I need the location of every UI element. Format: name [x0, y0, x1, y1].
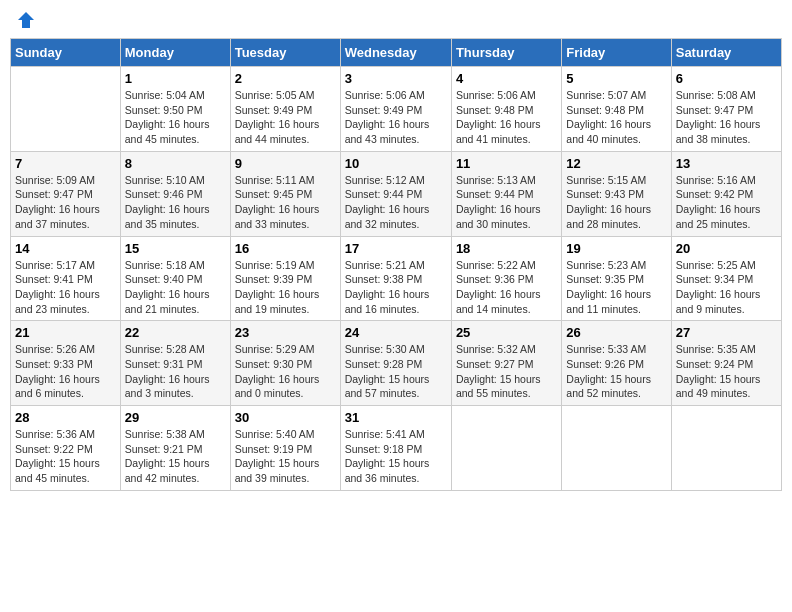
day-info: Sunrise: 5:06 AMSunset: 9:49 PMDaylight:…: [345, 88, 447, 147]
day-info: Sunrise: 5:16 AMSunset: 9:42 PMDaylight:…: [676, 173, 777, 232]
calendar-day-header: Wednesday: [340, 39, 451, 67]
calendar-day-header: Tuesday: [230, 39, 340, 67]
day-number: 25: [456, 325, 557, 340]
day-number: 6: [676, 71, 777, 86]
calendar-cell: 3Sunrise: 5:06 AMSunset: 9:49 PMDaylight…: [340, 67, 451, 152]
day-number: 28: [15, 410, 116, 425]
logo-icon: [16, 10, 36, 30]
calendar-cell: 6Sunrise: 5:08 AMSunset: 9:47 PMDaylight…: [671, 67, 781, 152]
calendar-cell: 30Sunrise: 5:40 AMSunset: 9:19 PMDayligh…: [230, 406, 340, 491]
day-info: Sunrise: 5:07 AMSunset: 9:48 PMDaylight:…: [566, 88, 666, 147]
calendar-cell: 29Sunrise: 5:38 AMSunset: 9:21 PMDayligh…: [120, 406, 230, 491]
calendar-cell: 11Sunrise: 5:13 AMSunset: 9:44 PMDayligh…: [451, 151, 561, 236]
calendar-cell: [671, 406, 781, 491]
calendar-week-row: 7Sunrise: 5:09 AMSunset: 9:47 PMDaylight…: [11, 151, 782, 236]
calendar-cell: 31Sunrise: 5:41 AMSunset: 9:18 PMDayligh…: [340, 406, 451, 491]
day-number: 10: [345, 156, 447, 171]
day-number: 26: [566, 325, 666, 340]
day-number: 15: [125, 241, 226, 256]
calendar-cell: 22Sunrise: 5:28 AMSunset: 9:31 PMDayligh…: [120, 321, 230, 406]
calendar-cell: 24Sunrise: 5:30 AMSunset: 9:28 PMDayligh…: [340, 321, 451, 406]
calendar-cell: 26Sunrise: 5:33 AMSunset: 9:26 PMDayligh…: [562, 321, 671, 406]
calendar-header-row: SundayMondayTuesdayWednesdayThursdayFrid…: [11, 39, 782, 67]
day-number: 27: [676, 325, 777, 340]
day-number: 18: [456, 241, 557, 256]
calendar-week-row: 21Sunrise: 5:26 AMSunset: 9:33 PMDayligh…: [11, 321, 782, 406]
calendar-cell: 21Sunrise: 5:26 AMSunset: 9:33 PMDayligh…: [11, 321, 121, 406]
day-info: Sunrise: 5:19 AMSunset: 9:39 PMDaylight:…: [235, 258, 336, 317]
calendar-day-header: Thursday: [451, 39, 561, 67]
day-number: 31: [345, 410, 447, 425]
calendar-cell: 9Sunrise: 5:11 AMSunset: 9:45 PMDaylight…: [230, 151, 340, 236]
day-info: Sunrise: 5:40 AMSunset: 9:19 PMDaylight:…: [235, 427, 336, 486]
day-number: 30: [235, 410, 336, 425]
day-number: 2: [235, 71, 336, 86]
day-number: 22: [125, 325, 226, 340]
calendar-cell: [11, 67, 121, 152]
day-number: 23: [235, 325, 336, 340]
calendar-cell: 18Sunrise: 5:22 AMSunset: 9:36 PMDayligh…: [451, 236, 561, 321]
day-info: Sunrise: 5:29 AMSunset: 9:30 PMDaylight:…: [235, 342, 336, 401]
day-info: Sunrise: 5:36 AMSunset: 9:22 PMDaylight:…: [15, 427, 116, 486]
day-info: Sunrise: 5:23 AMSunset: 9:35 PMDaylight:…: [566, 258, 666, 317]
calendar-cell: 27Sunrise: 5:35 AMSunset: 9:24 PMDayligh…: [671, 321, 781, 406]
day-info: Sunrise: 5:13 AMSunset: 9:44 PMDaylight:…: [456, 173, 557, 232]
day-info: Sunrise: 5:33 AMSunset: 9:26 PMDaylight:…: [566, 342, 666, 401]
day-info: Sunrise: 5:41 AMSunset: 9:18 PMDaylight:…: [345, 427, 447, 486]
day-number: 11: [456, 156, 557, 171]
day-number: 3: [345, 71, 447, 86]
calendar-cell: 28Sunrise: 5:36 AMSunset: 9:22 PMDayligh…: [11, 406, 121, 491]
calendar-cell: 23Sunrise: 5:29 AMSunset: 9:30 PMDayligh…: [230, 321, 340, 406]
day-number: 13: [676, 156, 777, 171]
day-info: Sunrise: 5:18 AMSunset: 9:40 PMDaylight:…: [125, 258, 226, 317]
day-number: 17: [345, 241, 447, 256]
svg-marker-0: [18, 12, 34, 28]
calendar-table: SundayMondayTuesdayWednesdayThursdayFrid…: [10, 38, 782, 491]
day-number: 20: [676, 241, 777, 256]
calendar-cell: 5Sunrise: 5:07 AMSunset: 9:48 PMDaylight…: [562, 67, 671, 152]
calendar-cell: 19Sunrise: 5:23 AMSunset: 9:35 PMDayligh…: [562, 236, 671, 321]
calendar-cell: 10Sunrise: 5:12 AMSunset: 9:44 PMDayligh…: [340, 151, 451, 236]
day-number: 29: [125, 410, 226, 425]
day-number: 7: [15, 156, 116, 171]
day-info: Sunrise: 5:05 AMSunset: 9:49 PMDaylight:…: [235, 88, 336, 147]
calendar-week-row: 1Sunrise: 5:04 AMSunset: 9:50 PMDaylight…: [11, 67, 782, 152]
day-number: 4: [456, 71, 557, 86]
day-info: Sunrise: 5:25 AMSunset: 9:34 PMDaylight:…: [676, 258, 777, 317]
day-info: Sunrise: 5:28 AMSunset: 9:31 PMDaylight:…: [125, 342, 226, 401]
calendar-cell: [451, 406, 561, 491]
day-info: Sunrise: 5:26 AMSunset: 9:33 PMDaylight:…: [15, 342, 116, 401]
day-number: 14: [15, 241, 116, 256]
calendar-day-header: Friday: [562, 39, 671, 67]
day-number: 16: [235, 241, 336, 256]
day-number: 1: [125, 71, 226, 86]
calendar-week-row: 28Sunrise: 5:36 AMSunset: 9:22 PMDayligh…: [11, 406, 782, 491]
calendar-day-header: Monday: [120, 39, 230, 67]
calendar-cell: 16Sunrise: 5:19 AMSunset: 9:39 PMDayligh…: [230, 236, 340, 321]
day-info: Sunrise: 5:22 AMSunset: 9:36 PMDaylight:…: [456, 258, 557, 317]
day-number: 8: [125, 156, 226, 171]
day-info: Sunrise: 5:10 AMSunset: 9:46 PMDaylight:…: [125, 173, 226, 232]
day-info: Sunrise: 5:21 AMSunset: 9:38 PMDaylight:…: [345, 258, 447, 317]
day-info: Sunrise: 5:06 AMSunset: 9:48 PMDaylight:…: [456, 88, 557, 147]
calendar-day-header: Sunday: [11, 39, 121, 67]
calendar-cell: 14Sunrise: 5:17 AMSunset: 9:41 PMDayligh…: [11, 236, 121, 321]
calendar-cell: 7Sunrise: 5:09 AMSunset: 9:47 PMDaylight…: [11, 151, 121, 236]
calendar-cell: [562, 406, 671, 491]
day-info: Sunrise: 5:11 AMSunset: 9:45 PMDaylight:…: [235, 173, 336, 232]
day-info: Sunrise: 5:38 AMSunset: 9:21 PMDaylight:…: [125, 427, 226, 486]
day-info: Sunrise: 5:32 AMSunset: 9:27 PMDaylight:…: [456, 342, 557, 401]
calendar-cell: 13Sunrise: 5:16 AMSunset: 9:42 PMDayligh…: [671, 151, 781, 236]
calendar-cell: 1Sunrise: 5:04 AMSunset: 9:50 PMDaylight…: [120, 67, 230, 152]
calendar-cell: 25Sunrise: 5:32 AMSunset: 9:27 PMDayligh…: [451, 321, 561, 406]
page-header: [10, 10, 782, 30]
calendar-day-header: Saturday: [671, 39, 781, 67]
day-number: 9: [235, 156, 336, 171]
day-info: Sunrise: 5:35 AMSunset: 9:24 PMDaylight:…: [676, 342, 777, 401]
calendar-cell: 2Sunrise: 5:05 AMSunset: 9:49 PMDaylight…: [230, 67, 340, 152]
day-info: Sunrise: 5:17 AMSunset: 9:41 PMDaylight:…: [15, 258, 116, 317]
day-number: 5: [566, 71, 666, 86]
calendar-week-row: 14Sunrise: 5:17 AMSunset: 9:41 PMDayligh…: [11, 236, 782, 321]
calendar-cell: 15Sunrise: 5:18 AMSunset: 9:40 PMDayligh…: [120, 236, 230, 321]
day-info: Sunrise: 5:12 AMSunset: 9:44 PMDaylight:…: [345, 173, 447, 232]
